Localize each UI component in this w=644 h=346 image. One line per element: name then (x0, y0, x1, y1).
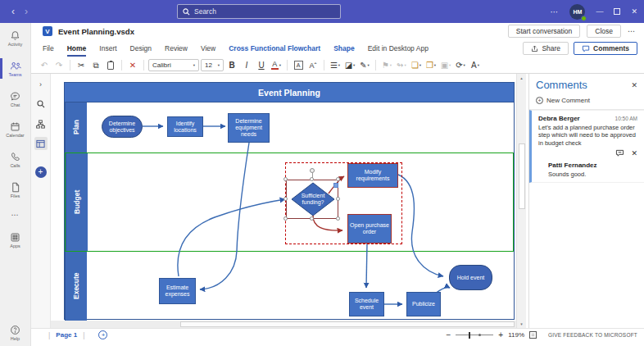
selection-handle[interactable] (283, 177, 288, 181)
search-input[interactable]: Search (177, 4, 341, 19)
quick-actions-button[interactable] (333, 183, 338, 188)
page-tab[interactable]: Page 1 (56, 331, 77, 339)
drawing-canvas[interactable]: Event Planning Plan Budget Execute (51, 74, 516, 328)
back-arrow-icon[interactable]: ‹ (11, 6, 15, 17)
tab-design[interactable]: Design (124, 39, 158, 57)
connector-button[interactable]: ↬▾ (395, 59, 408, 72)
node-determine-objectives[interactable]: Determine objectives (102, 116, 143, 138)
node-publicize[interactable]: Publicize (406, 292, 441, 316)
tab-shape[interactable]: Shape (327, 39, 361, 57)
lane-label-plan[interactable]: Plan (65, 102, 87, 153)
zoom-slider-thumb[interactable] (469, 332, 470, 339)
scroll-down-icon[interactable]: ▾ (517, 321, 526, 326)
lane-label-execute[interactable]: Execute (65, 252, 87, 321)
stencil-panel-icon[interactable] (34, 137, 48, 150)
tab-home[interactable]: Home (61, 39, 93, 57)
rail-more-apps-icon[interactable]: ⋯ (0, 205, 30, 225)
document-more-icon[interactable]: ⋯ (628, 27, 636, 35)
feedback-link[interactable]: GIVE FEEDBACK TO MICROSOFT (548, 332, 637, 338)
scroll-up-icon[interactable]: ▴ (517, 75, 526, 80)
tab-insert[interactable]: Insert (93, 39, 123, 57)
comments-button[interactable]: Comments (574, 42, 637, 55)
close-document-button[interactable]: Close (587, 25, 621, 38)
tab-cross-functional-flowchart[interactable]: Cross Functional Flowchart (222, 39, 327, 57)
rail-item-teams[interactable]: Teams (0, 53, 30, 84)
text-box-button[interactable]: A (292, 59, 305, 72)
tab-edit-in-desktop-app[interactable]: Edit in Desktop App (361, 39, 435, 57)
lane-execute[interactable]: Execute (65, 252, 514, 321)
rail-item-chat[interactable]: Chat (0, 84, 30, 114)
comments-close-icon[interactable]: ✕ (631, 81, 637, 89)
zoom-level[interactable]: 119% (508, 331, 524, 339)
font-color-button[interactable]: A▾ (270, 59, 283, 72)
tab-file[interactable]: File (36, 39, 61, 57)
bold-button[interactable]: B (225, 59, 238, 72)
fit-to-window-icon[interactable] (529, 331, 537, 339)
share-button[interactable]: Share (523, 42, 569, 55)
node-identify-locations[interactable]: Identify locations (167, 116, 203, 137)
forward-arrow-icon[interactable]: › (25, 6, 28, 17)
copy-icon[interactable]: ⧉ (89, 59, 102, 72)
text-effects-button[interactable]: A▾ (469, 59, 482, 72)
line-color-button[interactable]: ✎▾ (358, 59, 371, 72)
rail-item-help[interactable]: Help (0, 320, 30, 346)
shapes-gallery-icon[interactable] (34, 117, 48, 130)
vertical-scrollbar[interactable]: ▴ ▾ (516, 74, 526, 328)
rotation-handle[interactable] (310, 168, 315, 173)
font-name-select[interactable]: Calibri▾ (148, 59, 199, 71)
align-text-button[interactable]: ☰▾ (329, 59, 342, 72)
italic-button[interactable]: I (240, 59, 253, 72)
grow-font-button[interactable]: Aˆ (306, 59, 320, 72)
comment-reply[interactable]: Patti Fernandez Sounds good. (548, 162, 637, 178)
rail-item-files[interactable]: Files (0, 175, 30, 205)
node-estimate-expenses[interactable]: Estimate expenses (159, 278, 196, 304)
selection-handle[interactable] (283, 216, 288, 221)
node-determine-equipment-needs[interactable]: Determine equipment needs (228, 113, 270, 143)
zoom-in-button[interactable]: + (498, 330, 503, 339)
add-shape-button[interactable]: + (35, 166, 47, 178)
lane-label-budget[interactable]: Budget (66, 153, 88, 251)
expand-panel-icon[interactable]: › (34, 78, 48, 91)
avatar[interactable]: HM (569, 4, 585, 20)
rail-item-calendar[interactable]: Calendar (0, 114, 30, 144)
maximize-button[interactable] (614, 8, 620, 15)
delete-comment-icon[interactable]: ✕ (631, 149, 637, 157)
vertical-scrollbar-thumb[interactable] (519, 143, 525, 209)
redo-icon[interactable]: ↷ (52, 59, 66, 72)
delete-icon[interactable]: ✕ (126, 59, 139, 72)
shape-search-icon[interactable] (34, 98, 48, 111)
zoom-slider[interactable] (456, 335, 493, 335)
new-page-button[interactable]: + (98, 330, 107, 339)
rail-item-apps[interactable]: Apps (0, 225, 30, 255)
flowchart-title-band[interactable]: Event Planning (65, 83, 514, 102)
paste-icon[interactable] (104, 59, 117, 72)
close-window-button[interactable]: ✕ (631, 7, 637, 16)
new-comment-button[interactable]: + New Comment (536, 97, 637, 104)
selection-handle[interactable] (310, 216, 314, 221)
position-button[interactable]: ⚑▾ (380, 59, 393, 72)
selection-handle[interactable] (336, 177, 340, 181)
minimize-button[interactable]: — (596, 7, 603, 16)
container-button[interactable]: ▣▾ (439, 59, 452, 72)
cut-icon[interactable]: ✂ (75, 59, 88, 72)
rail-item-calls[interactable]: Calls (0, 144, 30, 175)
zoom-out-button[interactable]: − (446, 330, 451, 339)
tab-review[interactable]: Review (158, 39, 194, 57)
node-schedule-event[interactable]: Schedule event (349, 292, 384, 316)
selection-handle[interactable] (283, 197, 288, 201)
undo-icon[interactable]: ↶ (38, 59, 51, 72)
comment-thread[interactable]: Debra Berger 10:50 AM Let's add a planne… (529, 110, 644, 183)
underline-button[interactable]: U (255, 59, 268, 72)
horizontal-scrollbar[interactable] (51, 321, 516, 328)
fill-color-button[interactable]: ◪▾ (343, 59, 356, 72)
more-options-icon[interactable]: ⋯ (550, 7, 559, 16)
reply-icon[interactable] (615, 149, 624, 157)
font-size-select[interactable]: 12▾ (201, 59, 224, 71)
tab-view[interactable]: View (194, 39, 222, 57)
node-hold-event[interactable]: Hold event (449, 265, 492, 290)
duplicate-shape-button[interactable]: ❏▾ (410, 59, 423, 72)
selection-handle[interactable] (310, 177, 314, 181)
selection-handle[interactable] (336, 197, 340, 201)
rotate-shape-button[interactable]: ⟳▾ (454, 59, 467, 72)
change-shape-button[interactable]: ❐▾ (424, 59, 438, 72)
